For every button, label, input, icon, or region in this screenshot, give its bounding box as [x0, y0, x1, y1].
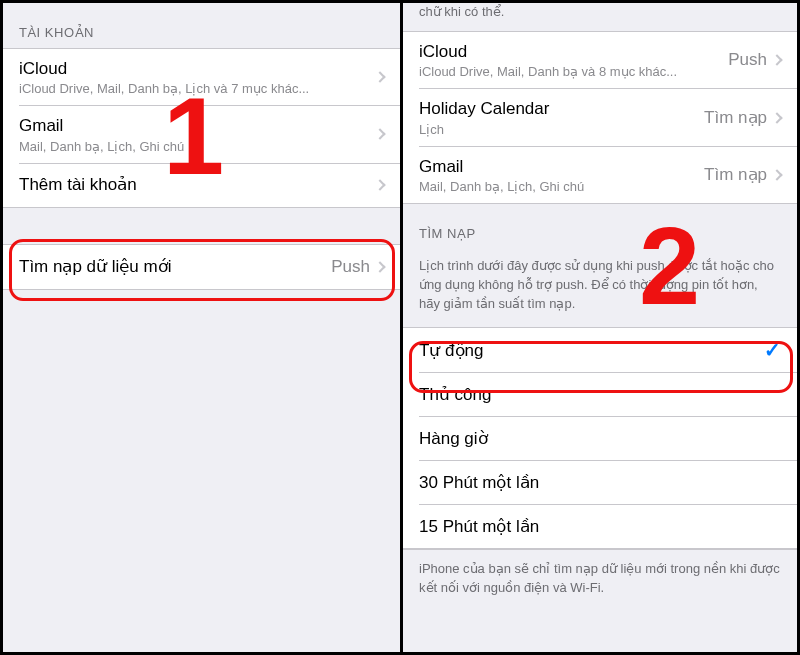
account-sub: Mail, Danh bạ, Lịch, Ghi chú: [19, 139, 376, 154]
fetch-option-15min[interactable]: 15 Phút một lần: [419, 504, 797, 548]
chevron-right-icon: [374, 71, 385, 82]
account-title: Gmail: [419, 156, 704, 177]
chevron-right-icon: [374, 179, 385, 190]
chevron-right-icon: [374, 261, 385, 272]
account-sub: iCloud Drive, Mail, Danh bạ, Lịch và 7 m…: [19, 81, 376, 96]
accounts-header: TÀI KHOẢN: [3, 3, 400, 48]
account-title: Holiday Calendar: [419, 98, 704, 119]
chevron-right-icon: [771, 169, 782, 180]
add-account-row[interactable]: Thêm tài khoản: [19, 163, 400, 207]
account-sub: iCloud Drive, Mail, Danh bạ và 8 mục khá…: [419, 64, 728, 79]
chevron-right-icon: [374, 129, 385, 140]
right-panel: chữ khi có thể. iCloud iCloud Drive, Mai…: [403, 3, 797, 652]
fetch-new-data-row[interactable]: Tìm nạp dữ liệu mới Push: [3, 245, 400, 289]
account-row-gmail[interactable]: Gmail Mail, Danh bạ, Lịch, Ghi chú Tìm n…: [419, 146, 797, 203]
account-row-icloud[interactable]: iCloud iCloud Drive, Mail, Danh bạ và 8 …: [403, 32, 797, 88]
account-row-holiday[interactable]: Holiday Calendar Lịch Tìm nạp: [419, 88, 797, 145]
account-row-gmail[interactable]: Gmail Mail, Danh bạ, Lịch, Ghi chú: [19, 105, 400, 162]
checkmark-icon: ✓: [764, 338, 781, 362]
account-mode: Tìm nạp: [704, 164, 767, 185]
fetch-options-group: Tự động ✓ Thủ công Hàng giờ 30 Phút một …: [403, 327, 797, 549]
screenshot-frame: TÀI KHOẢN iCloud iCloud Drive, Mail, Dan…: [0, 0, 800, 655]
add-account-label: Thêm tài khoản: [19, 174, 376, 195]
account-row-icloud[interactable]: iCloud iCloud Drive, Mail, Danh bạ, Lịch…: [3, 49, 400, 105]
left-panel: TÀI KHOẢN iCloud iCloud Drive, Mail, Dan…: [3, 3, 403, 652]
fetch-group: Tìm nạp dữ liệu mới Push: [3, 244, 400, 290]
account-mode: Tìm nạp: [704, 107, 767, 128]
option-label: Thủ công: [419, 384, 781, 405]
option-label: Hàng giờ: [419, 428, 781, 449]
accounts-group-right: iCloud iCloud Drive, Mail, Danh bạ và 8 …: [403, 31, 797, 204]
fetch-option-hourly[interactable]: Hàng giờ: [419, 416, 797, 460]
fetch-row-value: Push: [331, 257, 370, 277]
fetch-description: Lịch trình dưới đây được sử dụng khi pus…: [403, 249, 797, 328]
fetch-header: TÌM NẠP: [403, 204, 797, 249]
chevron-right-icon: [771, 55, 782, 66]
option-label: Tự động: [419, 340, 764, 361]
account-sub: Mail, Danh bạ, Lịch, Ghi chú: [419, 179, 704, 194]
option-label: 15 Phút một lần: [419, 516, 781, 537]
account-title: Gmail: [19, 115, 376, 136]
option-label: 30 Phút một lần: [419, 472, 781, 493]
account-mode: Push: [728, 50, 767, 70]
footer-note: iPhone của bạn sẽ chỉ tìm nạp dữ liệu mớ…: [403, 549, 797, 596]
fetch-option-auto[interactable]: Tự động ✓: [403, 328, 797, 372]
account-sub: Lịch: [419, 122, 704, 137]
fetch-option-manual[interactable]: Thủ công: [419, 372, 797, 416]
fetch-row-title: Tìm nạp dữ liệu mới: [19, 256, 331, 277]
fetch-option-30min[interactable]: 30 Phút một lần: [419, 460, 797, 504]
cutoff-text: chữ khi có thể.: [403, 3, 797, 31]
accounts-group: iCloud iCloud Drive, Mail, Danh bạ, Lịch…: [3, 48, 400, 208]
account-title: iCloud: [419, 41, 728, 62]
account-title: iCloud: [19, 58, 376, 79]
chevron-right-icon: [771, 112, 782, 123]
